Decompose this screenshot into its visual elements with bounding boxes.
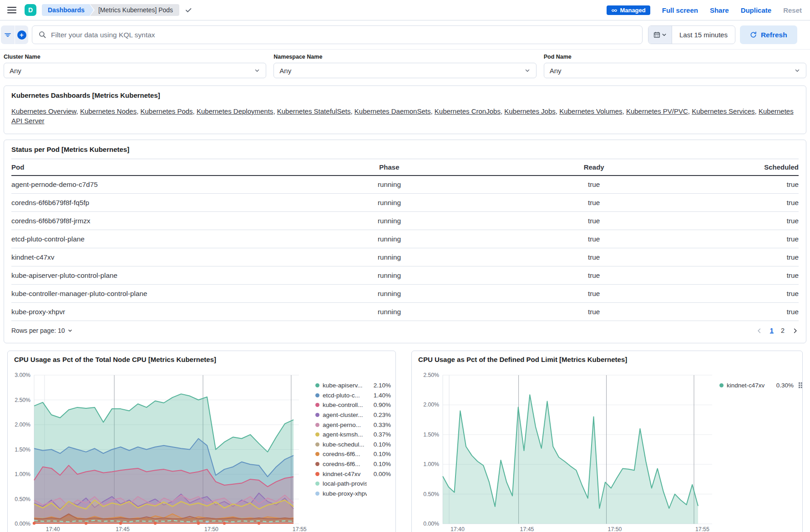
legend-item[interactable]: etcd-pluto-c...1.40% — [315, 391, 396, 401]
time-range-display[interactable]: Last 15 minutes — [672, 31, 735, 39]
legend-item[interactable]: kindnet-c47xv0.30% — [719, 381, 802, 391]
legend-label[interactable]: kube-apiserv... — [323, 382, 367, 389]
top-navigation-bar: D Dashboards [Metrics Kubernetes] Pods M… — [0, 0, 810, 20]
legend-label[interactable]: local-path-provision... — [323, 480, 367, 487]
filter-menu-button[interactable] — [1, 25, 15, 44]
legend-label[interactable]: agent-ksmsh... — [323, 431, 367, 438]
legend-item[interactable]: kube-proxy-xhpvr — [315, 489, 396, 499]
share-button[interactable]: Share — [710, 6, 729, 14]
chart-legend: kube-apiserv...2.10%etcd-pluto-c...1.40%… — [315, 381, 396, 532]
dashboard-link[interactable]: Kubernetes Overview — [11, 107, 76, 115]
legend-label[interactable]: coredns-6f6... — [323, 451, 367, 457]
column-header-pod[interactable]: Pod — [11, 159, 326, 176]
dashboard-link[interactable]: Kubernetes DaemonSets — [354, 107, 431, 115]
column-header-scheduled[interactable]: Scheduled — [736, 159, 799, 176]
chart-legend: kindnet-c47xv0.30% — [719, 381, 802, 532]
svg-text:0.00%: 0.00% — [423, 521, 439, 527]
chevron-down-icon — [794, 67, 800, 74]
legend-label[interactable]: agent-cluster... — [323, 412, 367, 418]
dashboard-link[interactable]: Kubernetes Jobs — [504, 107, 556, 115]
refresh-icon — [750, 31, 757, 38]
legend-color-dot — [315, 413, 319, 417]
table-cell-scheduled: true — [736, 194, 799, 212]
namespace-name-select[interactable]: Any — [273, 63, 536, 78]
legend-actions-icon[interactable] — [799, 382, 802, 388]
legend-item[interactable]: local-path-provision... — [315, 479, 396, 489]
legend-label[interactable]: kube-proxy-xhpvr — [323, 490, 367, 497]
kql-input[interactable] — [51, 31, 636, 39]
next-page-button[interactable] — [792, 327, 799, 334]
rows-per-page-button[interactable]: Rows per page: 10 — [11, 327, 73, 334]
dashboard-links: Kubernetes Overview, Kubernetes Nodes, K… — [11, 106, 799, 125]
legend-color-dot — [315, 452, 319, 456]
legend-item[interactable]: agent-ksmsh...0.37% — [315, 430, 396, 440]
dashboard-link[interactable]: Kubernetes PV/PVC — [626, 107, 688, 115]
table-cell-phase: running — [326, 230, 452, 248]
pod-name-label: Pod Name — [544, 54, 806, 60]
legend-label[interactable]: kube-schedul... — [323, 441, 367, 448]
legend-label[interactable]: coredns-6f6... — [323, 461, 367, 467]
table-cell-pod: kube-controller-manager-pluto-control-pl… — [11, 285, 326, 303]
dashboard-link[interactable]: Kubernetes Pods — [141, 107, 193, 115]
date-picker-button[interactable] — [648, 26, 672, 44]
breadcrumb-current[interactable]: [Metrics Kubernetes] Pods — [90, 4, 179, 16]
legend-item[interactable]: kube-schedul...0.10% — [315, 440, 396, 450]
legend-label[interactable]: agent-perno... — [323, 422, 367, 428]
legend-value: 1.40% — [370, 392, 391, 399]
search-icon — [39, 31, 46, 39]
add-filter-button[interactable]: + — [15, 25, 28, 44]
legend-item[interactable]: kube-controll...0.90% — [315, 400, 396, 410]
table-cell-phase: running — [326, 248, 452, 266]
top-actions: Managed Full screen Share Duplicate Rese… — [607, 5, 802, 15]
query-bar: + Last 15 minutes Refresh — [0, 20, 810, 50]
legend-item[interactable]: agent-perno...0.33% — [315, 420, 396, 430]
managed-badge[interactable]: Managed — [607, 5, 650, 15]
chevron-down-icon — [67, 328, 73, 333]
dashboard-link[interactable]: Kubernetes Nodes — [80, 107, 137, 115]
duplicate-button[interactable]: Duplicate — [741, 6, 772, 14]
breadcrumb-dashboards[interactable]: Dashboards — [42, 4, 94, 16]
check-icon — [185, 6, 192, 14]
svg-text:2.00%: 2.00% — [423, 402, 439, 408]
dashboard-link[interactable]: Kubernetes CronJobs — [435, 107, 501, 115]
refresh-button[interactable]: Refresh — [740, 25, 797, 44]
full-screen-button[interactable]: Full screen — [662, 6, 698, 14]
dashboard-link[interactable]: Kubernetes Services — [692, 107, 754, 115]
page-1-button[interactable]: 1 — [770, 327, 774, 334]
dashboard-link[interactable]: Kubernetes StatefulSets — [277, 107, 351, 115]
links-panel-title: Kubernetes Dashboards [Metrics Kubernete… — [11, 91, 799, 99]
legend-item[interactable]: kube-apiserv...2.10% — [315, 381, 396, 391]
cpu-limit-chart[interactable]: 2.50%2.00%1.50%1.00%0.50%0.00%17:40Octob… — [415, 364, 716, 532]
page-2-button[interactable]: 2 — [781, 327, 785, 334]
date-picker: Last 15 minutes — [648, 25, 735, 44]
pod-name-select[interactable]: Any — [544, 63, 806, 78]
legend-color-dot — [315, 432, 319, 437]
table-cell-pod: kindnet-c47xv — [11, 248, 326, 266]
kql-search-bar[interactable] — [32, 25, 643, 44]
charts-row: CPU Usage as Pct of the Total Node CPU [… — [4, 351, 806, 532]
table-row: etcd-pluto-control-planerunningtruetrue — [11, 230, 799, 248]
legend-item[interactable]: kindnet-c47xv0.00% — [315, 469, 396, 479]
legend-item[interactable]: coredns-6f6...0.10% — [315, 459, 396, 469]
cluster-name-select[interactable]: Any — [4, 63, 266, 78]
legend-item[interactable]: coredns-6f6...0.10% — [315, 449, 396, 459]
svg-text:3.00%: 3.00% — [15, 372, 30, 378]
space-logo[interactable]: D — [25, 4, 36, 16]
cpu-node-chart[interactable]: 3.00%2.50%2.00%1.50%1.00%0.50%0.00%17:40… — [11, 364, 312, 532]
legend-label[interactable]: kube-controll... — [323, 402, 367, 408]
legend-item[interactable]: agent-cluster...0.23% — [315, 410, 396, 420]
legend-label[interactable]: kindnet-c47xv — [323, 471, 367, 477]
dashboard-link[interactable]: Kubernetes Volumes — [559, 107, 622, 115]
legend-label[interactable]: kindnet-c47xv — [727, 382, 770, 389]
column-header-ready[interactable]: Ready — [452, 159, 736, 176]
menu-button[interactable] — [5, 5, 18, 15]
dashboard-link[interactable]: Kubernetes Deployments — [197, 107, 273, 115]
svg-text:0.00%: 0.00% — [15, 521, 30, 527]
legend-label[interactable]: etcd-pluto-c... — [323, 392, 367, 399]
table-row: kube-apiserver-pluto-control-planerunnin… — [11, 266, 799, 285]
table-cell-ready: true — [452, 176, 736, 194]
previous-page-button[interactable] — [756, 327, 763, 334]
table-cell-phase: running — [326, 266, 452, 285]
reset-button[interactable]: Reset — [783, 6, 802, 14]
column-header-phase[interactable]: Phase — [326, 159, 452, 176]
